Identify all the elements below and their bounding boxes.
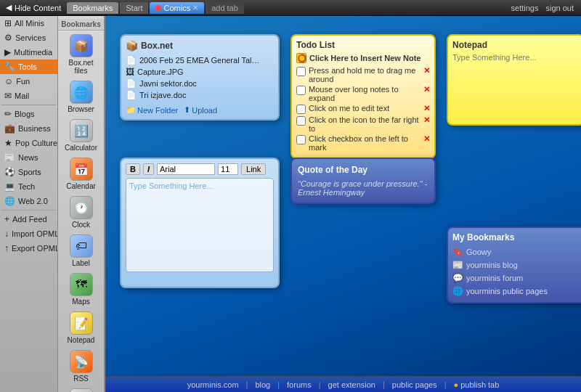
left-area: ⊞ All Minis ⚙ Services ▶ Multimedia 🔧 To… [0, 16, 105, 392]
public-pages-link[interactable]: public pages [392, 380, 437, 389]
icon-item-search[interactable]: 🔍 Search [60, 386, 102, 392]
todo-item: Mouse over long notes to expand ✕ [296, 85, 430, 102]
nav-item-all-minis[interactable]: ⊞ All Minis [0, 16, 57, 30]
nav-item-tools[interactable]: 🔧 Tools [0, 60, 57, 74]
editor-area[interactable]: Type Something Here... [126, 178, 274, 272]
tab-bookmarks[interactable]: Bookmarks [67, 2, 118, 14]
todo-item: Click checkbox on the left to mark ✕ [296, 134, 430, 152]
yourminis-link[interactable]: yourminis.com [187, 380, 239, 389]
new-note-icon: ⭕ [296, 53, 306, 63]
hide-content-button[interactable]: ◀ Hide Content [0, 3, 67, 12]
nav-item-pop-culture[interactable]: ★ Pop Culture [0, 136, 57, 150]
publish-icon: ● [453, 380, 458, 389]
icon-item-calendar[interactable]: 📅 Calendar [60, 155, 102, 192]
icon-item-browser[interactable]: 🌐 Browser [60, 78, 102, 115]
settings-link[interactable]: settings [511, 4, 539, 12]
file-item[interactable]: 📄 2006 Feb 25 EMEA General Talking Point… [126, 54, 274, 66]
widget-notepad: Notepad [447, 34, 581, 126]
quote-text: "Courage is grace under pressure." - Ern… [298, 179, 428, 197]
file-item[interactable]: 📄 Javni sektor.doc [126, 78, 274, 89]
tab-comics-close[interactable]: ✕ [192, 4, 198, 12]
link-button[interactable]: Link [241, 163, 266, 175]
new-folder-button[interactable]: 📁 New Folder [126, 105, 178, 115]
icon-item-maps[interactable]: 🗺 Maps [60, 271, 102, 308]
file-item[interactable]: 🖼 Capture.JPG [126, 66, 274, 78]
nav-item-mail[interactable]: ✉ Mail [0, 89, 57, 103]
todo-checkbox[interactable] [296, 67, 306, 76]
icon-item-clock[interactable]: 🕐 Clock [60, 194, 102, 231]
nav-item-services[interactable]: ⚙ Services [0, 30, 57, 45]
widget-boxnet: 📦 Box.net 📄 2006 Feb 25 EMEA General Tal… [120, 34, 280, 121]
notepad-textarea[interactable] [452, 53, 579, 118]
size-input[interactable] [218, 163, 238, 175]
icon-item-label[interactable]: 🏷 Label [60, 232, 102, 269]
italic-button[interactable]: I [143, 163, 154, 175]
widget-bookmarks: My Bookmarks 🔖 Goowy 📰 yourminis blog 💬 … [447, 226, 581, 303]
nav-item-add-feed[interactable]: + Add Feed [0, 212, 57, 226]
todo-checkbox[interactable] [296, 86, 306, 95]
editor-toolbar: B I Link [126, 163, 274, 175]
file-item[interactable]: 📄 Tri izjave.doc [126, 89, 274, 101]
forums-link[interactable]: forums [287, 380, 312, 389]
todo-checkbox[interactable] [296, 116, 306, 126]
todo-delete[interactable]: ✕ [423, 134, 430, 144]
bookmark-icon: 📰 [452, 260, 463, 270]
file-icon: 📄 [126, 90, 137, 100]
todo-delete[interactable]: ✕ [423, 66, 430, 75]
icon-item-rss[interactable]: 📡 RSS [60, 348, 102, 385]
icon-sidebar: Bookmarks 📦 Box.net files 🌐 Browser 🔢 Ca… [58, 16, 105, 392]
nav-item-tech[interactable]: 💻 Tech [0, 179, 57, 194]
notepad-title: Notepad [452, 40, 579, 50]
bookmark-item[interactable]: 🌐 yourminis public pages [452, 285, 581, 298]
main-area: ⊞ All Minis ⚙ Services ▶ Multimedia 🔧 To… [0, 16, 581, 392]
widget-todo: Todo List ⭕ Click Here to Insert New Not… [290, 34, 436, 159]
boxnet-actions: 📁 New Folder ⬆ Upload [126, 105, 274, 115]
icon-item-notepad[interactable]: 📝 Notepad [60, 309, 102, 346]
nav-item-import-opml[interactable]: ↓ Import OPML [0, 226, 57, 241]
nav-item-sports[interactable]: ⚽ Sports [0, 165, 57, 179]
nav-item-fun[interactable]: ☺ Fun [0, 74, 57, 89]
icon-item-boxnet[interactable]: 📦 Box.net files [60, 32, 102, 77]
todo-item: Click on me to edit text ✕ [296, 104, 430, 114]
nav-item-web20[interactable]: 🌐 Web 2.0 [0, 194, 57, 208]
nav-item-business[interactable]: 💼 Business [0, 121, 57, 136]
bookmark-item[interactable]: 💬 yourminis forum [452, 271, 581, 285]
boxnet-title: 📦 Box.net [126, 40, 274, 52]
publish-tab-button[interactable]: ● publish tab [453, 380, 499, 389]
nav-item-export-opml[interactable]: ↑ Export OPML [0, 241, 57, 256]
nav-item-news[interactable]: 📰 News [0, 150, 57, 165]
bookmarks-title: My Bookmarks [452, 232, 581, 242]
todo-title: Todo List [296, 40, 430, 50]
file-list: 📄 2006 Feb 25 EMEA General Talking Point… [126, 54, 274, 101]
todo-checkbox[interactable] [296, 135, 306, 144]
signout-link[interactable]: sign out [545, 4, 574, 12]
bold-button[interactable]: B [126, 163, 140, 175]
font-selector[interactable] [157, 163, 215, 175]
bookmark-item[interactable]: 🔖 Goowy [452, 245, 581, 258]
todo-delete[interactable]: ✕ [423, 115, 430, 125]
icon-item-calculator[interactable]: 🔢 Calculator [60, 117, 102, 154]
tab-comics[interactable]: Comics ✕ [150, 2, 204, 14]
todo-delete[interactable]: ✕ [423, 104, 430, 113]
get-extension-link[interactable]: get extension [328, 380, 375, 389]
nav-item-blogs[interactable]: ✏ Blogs [0, 107, 57, 121]
editor-placeholder: Type Something Here... [129, 181, 214, 190]
file-icon: 🖼 [126, 67, 134, 77]
bookmark-icon: 🔖 [452, 247, 463, 257]
bookmark-icon: 🌐 [452, 286, 463, 296]
tab-comics-dot [155, 5, 161, 11]
tab-start[interactable]: Start [120, 2, 148, 14]
todo-checkbox[interactable] [296, 105, 306, 114]
nav-item-multimedia[interactable]: ▶ Multimedia [0, 45, 57, 60]
bookmark-item[interactable]: 📰 yourminis blog [452, 258, 581, 271]
quote-title: Quote of the Day [298, 165, 428, 175]
blog-link[interactable]: blog [255, 380, 270, 389]
content-area: 📦 Box.net 📄 2006 Feb 25 EMEA General Tal… [105, 16, 581, 392]
tab-add[interactable]: add tab [206, 2, 244, 14]
new-note-button[interactable]: ⭕ Click Here to Insert New Note [296, 53, 430, 63]
widget-editor: B I Link Type Something Here... [120, 158, 280, 288]
sidebar-nav: ⊞ All Minis ⚙ Services ▶ Multimedia 🔧 To… [0, 16, 58, 392]
bottom-bar: yourminis.com | blog | forums | get exte… [105, 376, 581, 392]
todo-delete[interactable]: ✕ [423, 85, 430, 94]
upload-button[interactable]: ⬆ Upload [184, 105, 217, 115]
